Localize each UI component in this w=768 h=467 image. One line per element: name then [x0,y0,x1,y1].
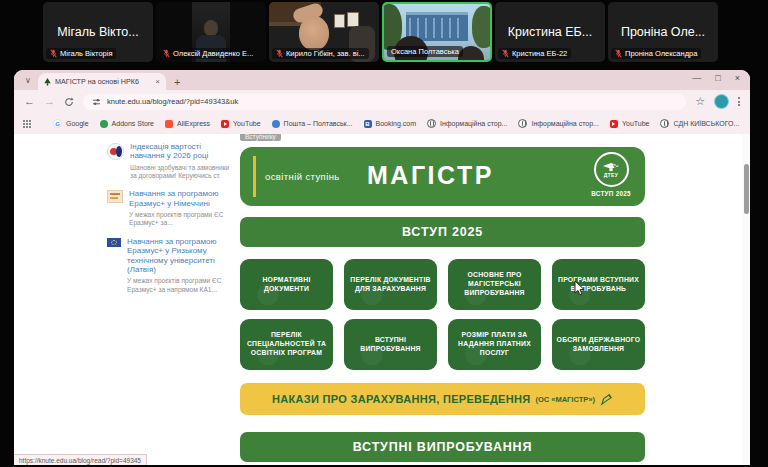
chevron-down-icon[interactable]: ∨ [21,73,35,87]
google-icon: G [53,119,62,128]
participant-name-label: Олексій Давиденко Е... [159,48,257,59]
bookmark-item[interactable]: Інформаційна стор... [427,119,508,128]
news-link[interactable]: Навчання за програмою Еразмус+ у Німеччи… [129,189,232,208]
bookmark-item[interactable]: Інформаційна стор... [518,119,599,128]
news-snippet: Шановні здобувачі та замовники за догово… [130,164,233,180]
browser-window: ∨ МАГІСТР на основі НРК6 × + — □ × ← → k… [14,70,750,465]
tab-bar: ∨ МАГІСТР на основі НРК6 × + — □ × [14,70,750,90]
participant-name-label: Кристина ЕБ-22 [498,48,571,59]
maximize-button[interactable]: □ [715,73,720,83]
person-silhouette [299,16,329,50]
globe-icon [518,119,527,128]
browser-tab[interactable]: МАГІСТР на основі НРК6 × [38,73,166,90]
bookmark-item[interactable]: Пошта – Полтавськ... [272,120,353,128]
address-bar[interactable]: knute.edu.ua/blog/read/?pid=49343&uk [83,94,686,110]
tree [472,6,492,48]
new-tab-button[interactable]: + [174,76,180,88]
tab-title: МАГІСТР на основі НРК6 [55,77,151,86]
window-close-button[interactable]: × [735,73,740,83]
grid-button-entrance-exams[interactable]: ВСТУПНІ ВИПРОБУВАННЯ [344,319,437,370]
participant-tile[interactable]: Кристина ЕБ... Кристина ЕБ-22 [495,2,605,62]
participant-name-label: Мігаль Вікторія [46,48,116,59]
university-badge: ДТЕУ ВСТУП 2025 [587,152,635,197]
grid-button-specialties-list[interactable]: ПЕРЕЛІК СПЕЦІАЛЬНОСТЕЙ ТА ОСВІТНІХ ПРОГР… [240,319,333,370]
browser-toolbar: ← → knute.edu.ua/blog/read/?pid=49343&uk… [14,90,750,113]
participant-name-label: Проніна Олександра [611,48,701,59]
banner-eyebrow: освітній ступінь [265,171,340,182]
mail-icon [272,120,280,128]
graduation-cap-icon [603,163,619,172]
muted-mic-icon [50,49,57,58]
news-link[interactable]: Індексація вартості навчання у 2026 році [130,142,233,161]
globe-icon [660,119,669,128]
news-link[interactable]: Навчання за програмою Еразмус+ у Ризьком… [127,237,230,275]
news-snippet: У межах проєктів програми ЄС Еразмус+ за… [127,277,230,293]
site-favicon-icon [44,78,51,86]
menu-dots-icon[interactable] [738,97,740,106]
url-text: knute.edu.ua/blog/read/?pid=49343&uk [107,97,238,106]
grid-button-normative-docs[interactable]: НОРМАТИВНІ ДОКУМЕНТИ [240,259,333,310]
minimize-button[interactable]: — [692,73,701,83]
entrance-exams-bar[interactable]: ВСТУПНІ ВИПРОБУВАННЯ [240,432,645,462]
addons-store-icon [100,120,108,128]
wall-frame [334,14,345,28]
participant-tile[interactable]: Кирило Гібкін, зав. ві... [269,2,379,62]
wall-frame [347,12,359,27]
muted-mic-icon [502,49,509,58]
status-url-tooltip: https://knute.edu.ua/blog/read/?pid=4934… [14,454,147,465]
bookmark-item[interactable]: СДН КИЇВСЬКОГО... [660,119,739,128]
aliexpress-icon [165,120,173,128]
bookmark-item[interactable]: Addons Store [100,120,154,128]
tab-close-icon[interactable]: × [155,77,160,86]
participant-tile[interactable]: Мігаль Вікто... Мігаль Вікторія [43,2,153,62]
badge-ring: ДТЕУ [594,152,629,187]
profile-avatar[interactable] [714,94,729,109]
participant-name-label: Кирило Гібкін, зав. ві... [272,48,369,59]
master-degree-banner: освітній ступінь МАГІСТР ДТЕУ ВСТУП 2025 [240,147,645,206]
news-item: Індексація вартості навчання у 2026 році… [107,142,233,180]
bookmark-item[interactable]: YouTube [221,120,261,128]
scrollbar-thumb[interactable] [744,164,749,214]
news-sidebar: Індексація вартості навчання у 2026 році… [14,134,233,465]
page-scrollbar[interactable] [742,134,750,465]
admission-2025-bar[interactable]: ВСТУП 2025 [240,217,645,247]
grid-button-exam-programs[interactable]: ПРОГРАМИ ВСТУПНИХ ВИПРОБУВАНЬ [552,259,645,310]
person-silhouette [204,20,218,36]
back-icon[interactable]: ← [24,96,35,107]
bookmark-item[interactable]: YouTube [610,120,650,128]
youtube-icon [610,120,618,128]
participant-tile-active-speaker[interactable]: Оксана Полтавська [382,2,492,62]
bookmarks-bar: GGoogle Addons Store AliExpress YouTube … [14,113,750,134]
mouse-cursor-icon [574,281,585,296]
youtube-icon [221,120,229,128]
site-info-icon[interactable] [92,98,101,106]
refresh-icon[interactable] [64,97,74,107]
muted-mic-icon [276,49,283,58]
enrollment-orders-bar[interactable]: НАКАЗИ ПРО ЗАРАХУВАННЯ, ПЕРЕВЕДЕННЯ (ОС … [240,383,645,415]
grid-button-state-order[interactable]: ОБСЯГИ ДЕРЖАВНОГО ЗАМОВЛЕННЯ [552,319,645,370]
booking-icon: B [364,120,372,128]
window-controls: — □ × [692,73,740,83]
menu-tooltip-chip: Вступнику [240,134,281,141]
participant-name-label: Оксана Полтавська [387,46,463,57]
banner-accent-bar [253,156,256,197]
apps-grid-icon[interactable] [23,120,31,128]
grid-button-master-exams-info[interactable]: ОСНОВНЕ ПРО МАГІСТЕРСЬКІ ВИПРОБУВАННЯ [448,259,541,310]
bookmark-item[interactable]: AliExpress [165,120,210,128]
badge-text: ДТЕУ [604,172,619,178]
main-content: Вступнику освітній ступінь МАГІСТР ДТЕУ … [240,134,645,465]
grid-button-tuition-fees[interactable]: РОЗМІР ПЛАТИ ЗА НАДАННЯ ПЛАТНИХ ПОСЛУГ [448,319,541,370]
participant-strip: Мігаль Вікто... Мігаль Вікторія Олексій … [43,2,718,62]
bookmark-item[interactable]: BBooking.com [364,120,416,128]
forward-icon[interactable]: → [44,96,55,107]
news-erasmus-icon [107,190,123,203]
banner-title: МАГІСТР [367,161,494,190]
participant-tile[interactable]: Олексій Давиденко Е... [156,2,266,62]
news-item: Навчання за програмою Еразмус+ у Ризьком… [107,237,233,294]
grid-button-enrollment-docs[interactable]: ПЕРЕЛІК ДОКУМЕНТІВ ДЛЯ ЗАРАХУВАННЯ [344,259,437,310]
participant-tile[interactable]: Проніна Оле... Проніна Олександра [608,2,718,62]
muted-mic-icon [615,49,622,58]
bookmark-item[interactable]: GGoogle [53,119,89,128]
news-snippet: У межах проєктів програми ЄС Еразмус+ за… [129,211,232,227]
bookmark-star-icon[interactable]: ☆ [695,96,705,107]
